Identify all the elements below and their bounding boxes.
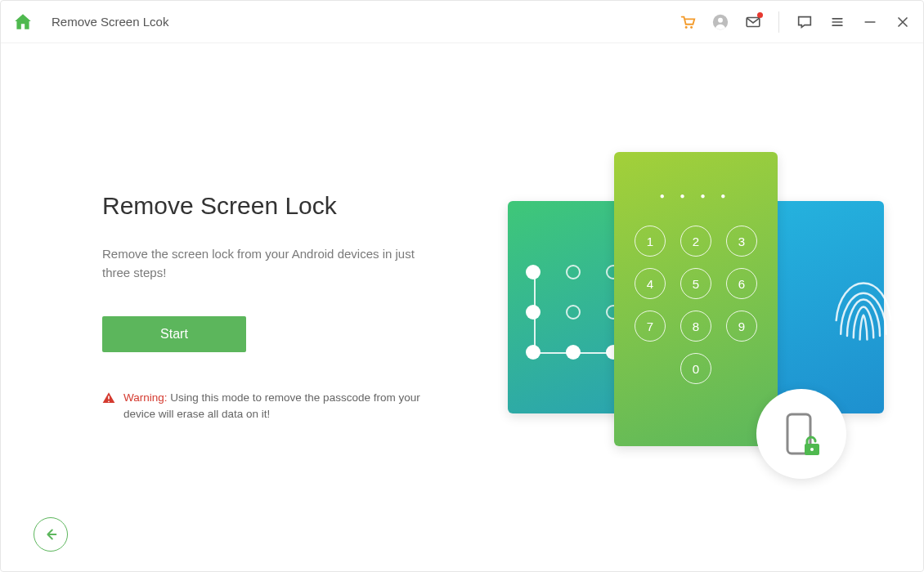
app-window: Remove Screen Lcok <box>0 0 924 572</box>
titlebar: Remove Screen Lcok <box>1 1 923 43</box>
pin-key: 0 <box>680 353 711 384</box>
titlebar-separator <box>778 11 779 33</box>
main-content: Remove Screen Lock Remove the screen loc… <box>1 43 923 571</box>
pattern-dot <box>526 305 540 320</box>
pattern-dot <box>566 305 581 320</box>
back-button[interactable] <box>34 517 68 552</box>
text-column: Remove Screen Lock Remove the screen loc… <box>1 192 459 423</box>
pin-key: 4 <box>635 268 666 299</box>
pin-key: 5 <box>680 268 711 299</box>
titlebar-actions <box>679 11 912 33</box>
warning-label: Warning: <box>123 391 168 404</box>
pin-dots: ● ● ● ● <box>614 191 778 200</box>
minimize-icon[interactable] <box>861 13 879 31</box>
unlock-badge <box>756 389 846 479</box>
pin-key: 7 <box>635 311 666 342</box>
warning-text: Warning: Using this mode to remove the p… <box>123 390 426 423</box>
pin-key: 8 <box>680 311 711 342</box>
feedback-icon[interactable] <box>796 13 814 31</box>
pin-card: ● ● ● ● 1 2 3 4 5 6 7 8 9 0 <box>614 152 778 446</box>
close-icon[interactable] <box>894 13 912 31</box>
cart-icon[interactable] <box>679 13 697 31</box>
mail-notification-dot <box>757 12 763 18</box>
pin-key: 6 <box>726 268 757 299</box>
pin-keypad: 1 2 3 4 5 6 7 8 9 0 <box>634 226 758 384</box>
pattern-line <box>534 352 614 354</box>
pin-key: 9 <box>726 311 757 342</box>
svg-point-3 <box>718 17 723 22</box>
svg-point-7 <box>810 448 814 451</box>
svg-point-0 <box>685 25 688 28</box>
page-description: Remove the screen lock from your Android… <box>102 244 426 283</box>
window-title: Remove Screen Lcok <box>52 15 168 29</box>
home-icon[interactable] <box>12 11 34 33</box>
warning-row: Warning: Using this mode to remove the p… <box>102 390 426 423</box>
mail-icon[interactable] <box>744 13 762 31</box>
pattern-grid <box>526 265 621 360</box>
warning-body: Using this mode to remove the passcode f… <box>123 391 420 420</box>
fingerprint-icon <box>827 270 900 355</box>
menu-icon[interactable] <box>828 13 846 31</box>
pin-key: 1 <box>635 226 666 257</box>
pattern-dot <box>526 265 540 279</box>
start-button[interactable]: Start <box>102 316 246 352</box>
pin-key: 2 <box>680 226 711 257</box>
warning-icon <box>102 391 115 404</box>
illustration-column: ● ● ● ● 1 2 3 4 5 6 7 8 9 0 <box>459 43 923 571</box>
arrow-left-icon <box>42 525 60 543</box>
user-icon[interactable] <box>711 13 729 31</box>
pattern-line <box>534 272 536 352</box>
lock-illustration: ● ● ● ● 1 2 3 4 5 6 7 8 9 0 <box>508 152 884 463</box>
pin-key: 3 <box>726 226 757 257</box>
svg-point-1 <box>690 25 693 28</box>
pattern-dot <box>566 265 581 279</box>
page-heading: Remove Screen Lock <box>102 192 426 220</box>
